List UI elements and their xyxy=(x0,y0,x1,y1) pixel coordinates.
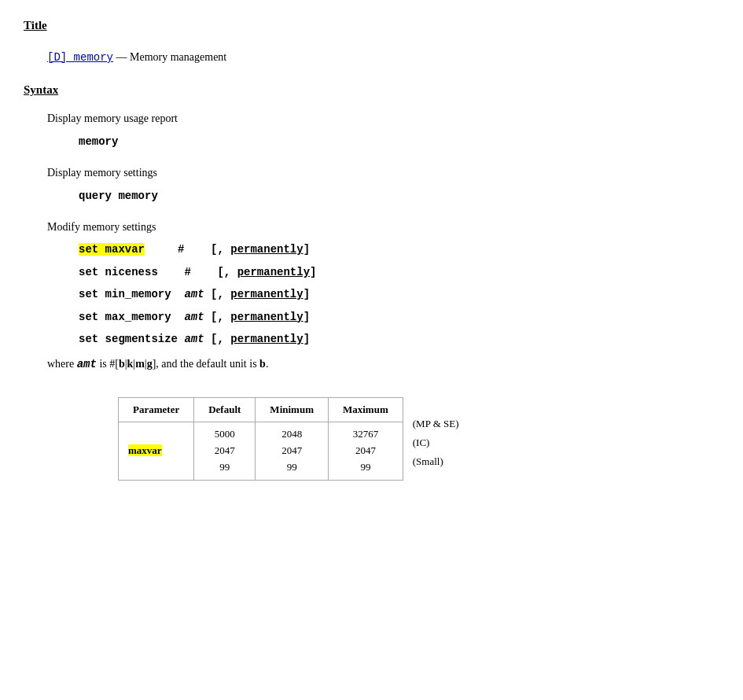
permanently-link-4[interactable]: permanently xyxy=(230,311,303,323)
code-set-maxvar: set maxvar # [, permanently] xyxy=(79,241,719,258)
highlight-maxvar-table: maxvar xyxy=(128,444,162,456)
note-mp-se: (MP & SE) xyxy=(413,414,459,433)
col-maximum: Maximum xyxy=(328,397,403,422)
intro-dash: — xyxy=(113,51,130,63)
intro-description: Memory management xyxy=(130,51,226,63)
subsection-label-2: Display memory settings xyxy=(47,164,719,182)
subsection-label-3: Modify memory settings xyxy=(47,219,719,236)
parameters-table: Parameter Default Minimum Maximum maxvar… xyxy=(118,397,403,481)
table-notes: (MP & SE) (IC) (Small) xyxy=(413,389,459,471)
where-line: where amt is #[b|k|m|g], and the default… xyxy=(47,356,719,373)
permanently-link-5[interactable]: permanently xyxy=(230,333,303,345)
table-wrapper: Parameter Default Minimum Maximum maxvar… xyxy=(24,389,719,481)
default-values: 5000 2047 99 xyxy=(194,422,256,480)
code-set-segmentsize: set segmentsize amt [, permanently] xyxy=(79,330,719,348)
highlight-maxvar: set maxvar xyxy=(79,243,145,256)
code-set-min-memory: set min_memory amt [, permanently] xyxy=(79,286,719,303)
param-maxvar: maxvar xyxy=(119,422,194,480)
permanently-link-3[interactable]: permanently xyxy=(230,288,303,300)
code-set-max-memory: set max_memory amt [, permanently] xyxy=(79,308,719,326)
permanently-link-1[interactable]: permanently xyxy=(230,243,303,256)
syntax-heading: Syntax xyxy=(24,80,719,99)
code-set-niceness: set niceness # [, permanently] xyxy=(79,263,719,281)
subsection-label-1: Display memory usage report xyxy=(47,110,719,127)
note-small: (Small) xyxy=(413,452,459,471)
memory-link[interactable]: [D] memory xyxy=(47,51,113,64)
code-query-memory: query memory xyxy=(79,187,719,204)
code-memory: memory xyxy=(79,133,719,150)
note-ic: (IC) xyxy=(413,433,459,452)
col-default: Default xyxy=(194,397,256,422)
col-minimum: Minimum xyxy=(256,397,329,422)
intro-line: [D] memory — Memory management xyxy=(47,49,719,66)
page-title: Title xyxy=(24,16,719,35)
permanently-link-2[interactable]: permanently xyxy=(237,266,310,278)
minimum-values: 2048 2047 99 xyxy=(256,422,329,480)
maximum-values: 32767 2047 99 xyxy=(328,422,403,480)
table-row-maxvar: maxvar 5000 2047 99 2048 2047 99 32767 2… xyxy=(119,422,403,480)
col-parameter: Parameter xyxy=(119,397,194,422)
